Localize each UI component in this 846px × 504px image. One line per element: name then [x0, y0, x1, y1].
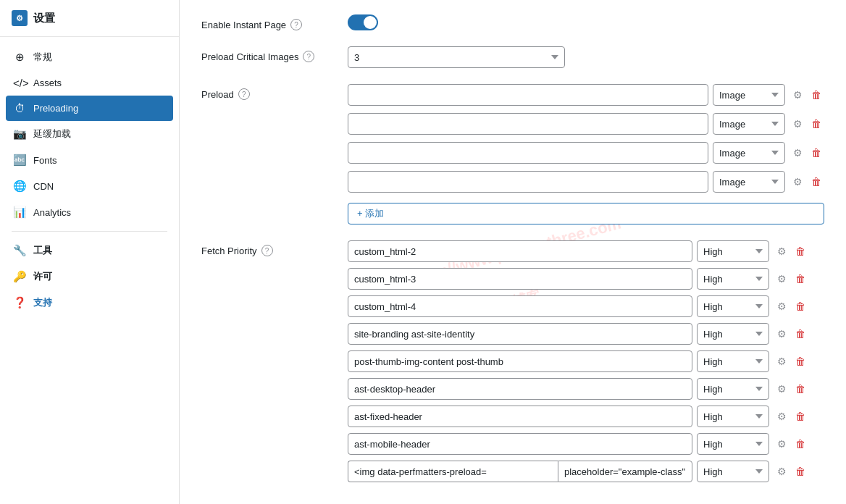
- preload-critical-row: Preload Critical Images ? 3 1 2 4 5: [201, 46, 824, 68]
- fetch-trash-5[interactable]: 🗑: [792, 353, 808, 369]
- section-label: 支持: [33, 296, 52, 309]
- sidebar-item-lazy-loading[interactable]: 📷 延缓加载: [0, 121, 179, 147]
- fetch-priority-help[interactable]: ?: [261, 245, 273, 256]
- lazy-loading-icon: 📷: [13, 127, 26, 140]
- section-label: 工具: [33, 244, 52, 257]
- fetch-priority-section: HighLowAuto ⚙ 🗑 HighLowAuto ⚙ 🗑: [348, 240, 808, 485]
- instant-page-toggle[interactable]: [348, 14, 378, 30]
- sidebar-item-assets[interactable]: </> Assets: [0, 70, 179, 96]
- fetch-input-5[interactable]: [348, 350, 692, 372]
- preload-actions-1: ⚙ 🗑: [790, 87, 824, 103]
- add-preload-button[interactable]: + 添加: [348, 203, 824, 224]
- fetch-input-1[interactable]: [348, 240, 692, 262]
- fetch-row-9: HighLowAuto ⚙ 🗑: [348, 461, 808, 482]
- preload-type-3[interactable]: ImageStyleScriptFont: [713, 142, 785, 164]
- preload-trash-3[interactable]: 🗑: [808, 145, 824, 161]
- analytics-icon: 📊: [13, 206, 26, 219]
- sidebar-item-label: Assets: [33, 77, 62, 88]
- preload-actions-4: ⚙ 🗑: [790, 174, 824, 190]
- sidebar-item-label: Fonts: [33, 155, 57, 166]
- preload-critical-help[interactable]: ?: [303, 51, 314, 62]
- fetch-gear-9[interactable]: ⚙: [774, 463, 790, 479]
- fetch-gear-5[interactable]: ⚙: [774, 353, 790, 369]
- fetch-select-1[interactable]: HighLowAuto: [697, 240, 769, 262]
- fetch-input-4[interactable]: [348, 323, 692, 345]
- preloading-icon: ⏱: [13, 102, 26, 114]
- fetch-select-5[interactable]: HighLowAuto: [697, 350, 769, 372]
- sidebar-item-preloading[interactable]: ⏱ Preloading: [6, 96, 173, 121]
- preload-trash-2[interactable]: 🗑: [808, 116, 824, 132]
- preload-trash-4[interactable]: 🗑: [808, 174, 824, 190]
- fetch-actions-3: ⚙ 🗑: [774, 298, 808, 314]
- fetch-row-5: HighLowAuto ⚙ 🗑: [348, 350, 808, 372]
- fetch-select-3[interactable]: HighLowAuto: [697, 295, 769, 317]
- fetch-input-6[interactable]: [348, 378, 692, 400]
- fetch-select-9[interactable]: HighLowAuto: [697, 461, 769, 482]
- fetch-input-9-left[interactable]: [348, 461, 558, 482]
- cdn-icon: 🌐: [13, 180, 26, 193]
- fetch-input-9-right[interactable]: [558, 461, 692, 482]
- fetch-split-inputs-9: [348, 461, 692, 482]
- fetch-select-2[interactable]: HighLowAuto: [697, 268, 769, 290]
- preload-help[interactable]: ?: [238, 88, 250, 100]
- preload-gear-3[interactable]: ⚙: [790, 145, 805, 161]
- settings-icon: ⚙: [12, 10, 28, 26]
- preload-input-4[interactable]: [348, 171, 708, 193]
- fetch-gear-8[interactable]: ⚙: [774, 436, 790, 452]
- sidebar-item-cdn[interactable]: 🌐 CDN: [0, 173, 179, 199]
- fetch-gear-3[interactable]: ⚙: [774, 298, 790, 314]
- sidebar-item-general[interactable]: ⊕ 常规: [0, 44, 179, 70]
- fetch-select-8[interactable]: HighLowAuto: [697, 433, 769, 455]
- fetch-select-6[interactable]: HighLowAuto: [697, 378, 769, 400]
- preload-item-4: ImageStyleScriptFont ⚙ 🗑: [348, 171, 824, 193]
- fetch-trash-2[interactable]: 🗑: [792, 271, 808, 287]
- fetch-gear-6[interactable]: ⚙: [774, 381, 790, 397]
- preload-critical-select[interactable]: 3 1 2 4 5: [348, 46, 565, 68]
- fetch-input-2[interactable]: [348, 268, 692, 290]
- sidebar-section-support[interactable]: ❓ 支持: [0, 290, 179, 316]
- preload-type-2[interactable]: ImageStyleScriptFont: [713, 113, 785, 135]
- preload-input-3[interactable]: [348, 142, 708, 164]
- sidebar-item-label: Preloading: [33, 103, 78, 114]
- license-icon: 🔑: [13, 270, 26, 283]
- sidebar-item-fonts[interactable]: 🔤 Fonts: [0, 147, 179, 173]
- preload-gear-2[interactable]: ⚙: [790, 116, 805, 132]
- preload-gear-1[interactable]: ⚙: [790, 87, 805, 103]
- sidebar-section-tools[interactable]: 🔧 工具: [0, 238, 179, 264]
- fetch-gear-7[interactable]: ⚙: [774, 408, 790, 424]
- preload-input-2[interactable]: [348, 113, 708, 135]
- preload-gear-4[interactable]: ⚙: [790, 174, 805, 190]
- fetch-trash-7[interactable]: 🗑: [792, 408, 808, 424]
- fetch-trash-8[interactable]: 🗑: [792, 436, 808, 452]
- fetch-trash-9[interactable]: 🗑: [792, 463, 808, 479]
- preload-row: Preload ? ImageStyleScriptFont ⚙ 🗑: [201, 84, 824, 224]
- fetch-gear-2[interactable]: ⚙: [774, 271, 790, 287]
- preload-type-1[interactable]: ImageStyleScriptFont: [713, 84, 785, 106]
- sidebar-nav: ⊕ 常规 </> Assets ⏱ Preloading 📷 延缓加载 🔤 Fo…: [0, 37, 179, 504]
- preload-type-4[interactable]: ImageStyleScriptFont: [713, 171, 785, 193]
- fetch-actions-6: ⚙ 🗑: [774, 381, 808, 397]
- preload-actions-3: ⚙ 🗑: [790, 145, 824, 161]
- fetch-select-7[interactable]: HighLowAuto: [697, 406, 769, 427]
- preload-item-1: ImageStyleScriptFont ⚙ 🗑: [348, 84, 824, 106]
- fetch-input-3[interactable]: [348, 295, 692, 317]
- sidebar-item-label: 延缓加载: [33, 127, 71, 140]
- sidebar-item-analytics[interactable]: 📊 Analytics: [0, 199, 179, 225]
- preload-control-area: ImageStyleScriptFont ⚙ 🗑 ImageStyleScrip…: [348, 84, 824, 224]
- preload-trash-1[interactable]: 🗑: [808, 87, 824, 103]
- fetch-gear-1[interactable]: ⚙: [774, 243, 790, 259]
- fetch-row-3: HighLowAuto ⚙ 🗑: [348, 295, 808, 317]
- fetch-trash-6[interactable]: 🗑: [792, 381, 808, 397]
- fetch-actions-1: ⚙ 🗑: [774, 243, 808, 259]
- sidebar-section-license[interactable]: 🔑 许可: [0, 264, 179, 290]
- fetch-select-4[interactable]: HighLowAuto: [697, 323, 769, 345]
- fetch-gear-4[interactable]: ⚙: [774, 326, 790, 342]
- instant-page-help[interactable]: ?: [290, 19, 302, 30]
- preload-input-1[interactable]: [348, 84, 708, 106]
- fetch-trash-4[interactable]: 🗑: [792, 326, 808, 342]
- fetch-trash-3[interactable]: 🗑: [792, 298, 808, 314]
- fetch-input-7[interactable]: [348, 406, 692, 427]
- fetch-trash-1[interactable]: 🗑: [792, 243, 808, 259]
- fetch-row-4: HighLowAuto ⚙ 🗑: [348, 323, 808, 345]
- fetch-input-8[interactable]: [348, 433, 692, 455]
